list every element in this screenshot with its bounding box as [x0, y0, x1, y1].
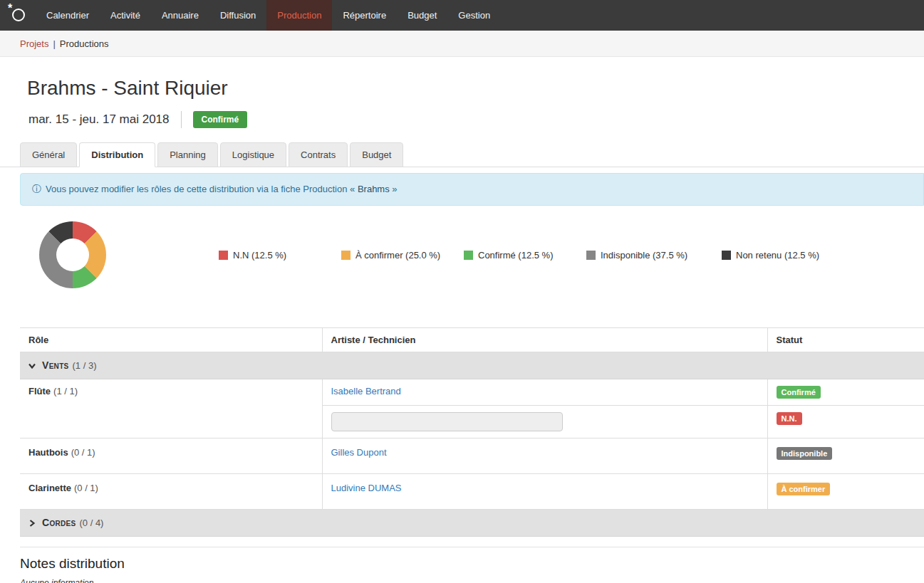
- row-status-badge: À confirmer: [777, 483, 831, 495]
- nav-item-activite[interactable]: Activité: [100, 0, 151, 31]
- nav-item-budget[interactable]: Budget: [397, 0, 447, 31]
- breadcrumb: Projets | Productions: [0, 31, 924, 57]
- nav-item-annuaire[interactable]: Annuaire: [151, 0, 209, 31]
- legend-label: Confirmé (12.5 %): [478, 250, 553, 261]
- role-count: (0 / 1): [74, 483, 98, 493]
- breadcrumb-projets-link[interactable]: Projets: [20, 38, 48, 49]
- legend-swatch: [219, 251, 228, 260]
- alert-text: Vous pouvez modifier les rôles de cette …: [46, 184, 358, 194]
- legend-item-nn: N.N (12.5 %): [219, 250, 341, 261]
- legend-swatch: [464, 251, 473, 260]
- chevron-right-icon[interactable]: [28, 518, 36, 529]
- artist-input[interactable]: [331, 412, 563, 431]
- legend-swatch: [722, 251, 731, 260]
- production-dates: mar. 15 - jeu. 17 mai 2018: [28, 112, 170, 127]
- group-count: (1 / 3): [73, 360, 97, 371]
- table-row: Clarinette(0 / 1) Ludivine DUMAS À confi…: [20, 474, 924, 510]
- group-row-cordes[interactable]: Cordes(0 / 4): [20, 510, 924, 537]
- logo-circle-icon: [12, 9, 25, 21]
- tab-planning[interactable]: Planning: [157, 142, 218, 167]
- alert-production-link[interactable]: Brahms: [358, 184, 390, 194]
- notes-section: Notes distribution Aucune information: [20, 547, 924, 583]
- legend-item-a-confirmer: À confirmer (25.0 %): [341, 250, 464, 261]
- legend-label: À confirmer (25.0 %): [355, 250, 440, 261]
- group-count: (0 / 4): [79, 518, 103, 528]
- notes-empty-text: Aucune information: [20, 578, 924, 583]
- tab-distribution[interactable]: Distribution: [79, 142, 155, 167]
- legend-item-confirme: Confirmé (12.5 %): [464, 250, 586, 261]
- page-header: Brahms - Saint Riquier mar. 15 - jeu. 17…: [0, 57, 924, 128]
- alert-text-suffix: »: [390, 184, 398, 194]
- table-header-row: Rôle Artiste / Technicien Statut: [20, 328, 924, 352]
- column-header-artiste: Artiste / Technicien: [322, 328, 767, 352]
- legend-label: Indisponible (37.5 %): [601, 250, 687, 261]
- legend-swatch: [586, 251, 596, 260]
- info-alert: ⓘVous pouvez modifier les rôles de cette…: [20, 173, 924, 206]
- top-navbar: * Calendrier Activité Annuaire Diffusion…: [0, 0, 924, 31]
- artist-link-ludivine-dumas[interactable]: Ludivine DUMAS: [331, 483, 402, 493]
- legend-item-indisponible: Indisponible (37.5 %): [586, 250, 722, 261]
- app-logo[interactable]: *: [0, 0, 36, 31]
- breadcrumb-separator: |: [53, 38, 55, 49]
- distribution-table: Rôle Artiste / Technicien Statut Vents(1…: [20, 327, 924, 537]
- artist-link-gilles-dupont[interactable]: Gilles Dupont: [331, 447, 387, 458]
- group-name: Vents: [42, 359, 69, 371]
- legend-swatch: [341, 251, 351, 260]
- meta-divider: [181, 111, 182, 128]
- tab-bar: Général Distribution Planning Logistique…: [0, 142, 924, 167]
- legend-label: N.N (12.5 %): [233, 250, 286, 261]
- column-header-role: Rôle: [20, 328, 322, 352]
- role-cell-clarinette: Clarinette(0 / 1): [20, 474, 322, 510]
- nav-item-repertoire[interactable]: Répertoire: [332, 0, 397, 31]
- role-cell-hautbois: Hautbois(0 / 1): [20, 438, 322, 474]
- chevron-down-icon[interactable]: [28, 361, 36, 372]
- tab-contrats[interactable]: Contrats: [289, 142, 348, 167]
- info-icon: ⓘ: [32, 184, 41, 194]
- page-title: Brahms - Saint Riquier: [27, 77, 897, 100]
- row-status-badge: Indisponible: [777, 447, 833, 460]
- group-row-vents[interactable]: Vents(1 / 3): [20, 352, 924, 379]
- group-name: Cordes: [42, 517, 76, 528]
- nav-item-gestion[interactable]: Gestion: [447, 0, 501, 31]
- artist-link-isabelle-bertrand[interactable]: Isabelle Bertrand: [331, 386, 401, 396]
- legend-item-non-retenu: Non retenu (12.5 %): [722, 250, 857, 261]
- column-header-statut: Statut: [767, 328, 924, 352]
- role-name: Flûte: [28, 386, 51, 396]
- tab-logistique[interactable]: Logistique: [220, 142, 286, 167]
- row-status-badge: Confirmé: [777, 386, 821, 399]
- legend-label: Non retenu (12.5 %): [736, 250, 819, 261]
- nav-item-diffusion[interactable]: Diffusion: [209, 0, 266, 31]
- role-name: Clarinette: [28, 483, 71, 493]
- table-row: Hautbois(0 / 1) Gilles Dupont Indisponib…: [20, 438, 924, 474]
- donut-chart: [39, 221, 106, 288]
- role-count: (0 / 1): [71, 447, 95, 458]
- nav-item-production[interactable]: Production: [266, 0, 332, 31]
- breadcrumb-current-page: Productions: [60, 38, 109, 49]
- chart-legend: N.N (12.5 %) À confirmer (25.0 %) Confir…: [219, 250, 857, 261]
- notes-title: Notes distribution: [20, 556, 924, 572]
- role-name: Hautbois: [28, 447, 68, 458]
- tab-general[interactable]: Général: [20, 142, 77, 167]
- tab-budget[interactable]: Budget: [350, 142, 403, 167]
- role-cell-flute: Flûte(1 / 1): [20, 379, 322, 438]
- nav-item-calendrier[interactable]: Calendrier: [36, 0, 100, 31]
- table-row: Flûte(1 / 1) Isabelle Bertrand Confirmé: [20, 379, 924, 406]
- row-status-badge: N.N.: [777, 412, 802, 425]
- role-count: (1 / 1): [53, 386, 78, 396]
- distribution-chart-section: N.N (12.5 %) À confirmer (25.0 %) Confir…: [0, 206, 924, 327]
- status-badge: Confirmé: [193, 111, 248, 128]
